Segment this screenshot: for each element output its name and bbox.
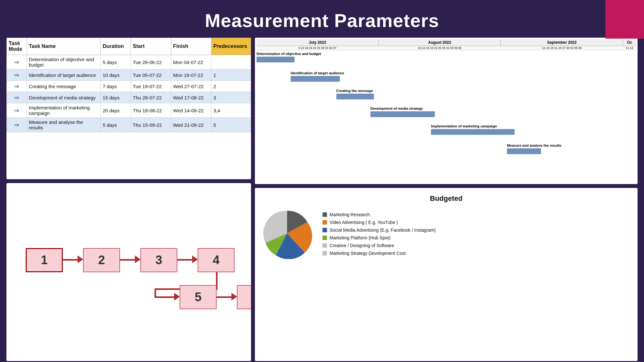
gantt-month-headers: July 2022 August 2022 September 2022 Oc (257, 39, 636, 46)
table-row: ⇒ Implementation of marketing campaign 2… (7, 103, 251, 118)
cell-finish-5: Wed 21-09-22 (171, 118, 211, 132)
gantt-label-3: Creating the message (336, 89, 373, 93)
gantt-month-sep: September 2022 (501, 39, 623, 46)
cell-duration-4: 20 days (100, 103, 131, 118)
legend-label-2: Video Advertising ( E.g. YouTube ) (330, 220, 398, 225)
flow-box-1[interactable]: 1 (26, 248, 63, 272)
budget-legend: Marketing Research Video Advertising ( E… (322, 212, 631, 256)
flow-box-3[interactable]: 3 (140, 248, 177, 272)
table-row: ⇒ Creating the message 7 days Tue 19-07-… (7, 81, 251, 92)
cell-mode-3: ⇒ (7, 92, 27, 103)
pie-chart (261, 208, 313, 259)
corner-decoration (605, 0, 644, 39)
gantt-table-panel: TaskMode Task Name Duration Start Finish… (6, 38, 251, 179)
legend-label-3: Social Media Advertising (E.g. Facebook … (330, 227, 436, 233)
gantt-label-1: Determination of objective and budget (257, 52, 321, 56)
legend-color-3 (322, 228, 327, 232)
cell-pred-3: 3 (211, 92, 251, 103)
flow-arrow-2-3 (120, 259, 136, 261)
legend-item-1: Marketing Research (322, 212, 631, 217)
legend-label-4: Marketing Platform (Hub Spot) (330, 235, 390, 240)
gantt-bar-4 (370, 111, 435, 117)
col-predecessors[interactable]: Predecessors (211, 38, 251, 55)
flow-arrowhead-1-2 (78, 255, 83, 263)
legend-item-5: Creative / Designing of Software (322, 243, 631, 248)
cell-finish-2: Wed 27-07-22 (171, 81, 211, 92)
flow-arrow-3-4 (177, 259, 193, 261)
gantt-label-5: Implementation of marketing campaign (431, 124, 497, 128)
budget-content: Marketing Research Video Advertising ( E… (261, 208, 631, 260)
legend-color-1 (322, 212, 327, 217)
cell-finish-0: Mon 04-07-22 (171, 55, 211, 70)
budget-title: Budgeted (261, 194, 631, 203)
cell-start-2: Tue 19-07-22 (131, 81, 171, 92)
col-task-mode[interactable]: TaskMode (7, 38, 27, 55)
cell-duration-0: 5 days (100, 55, 131, 70)
gantt-bar-6 (507, 148, 541, 154)
task-mode-icon: ⇒ (14, 71, 19, 79)
cell-pred-5: 5 (211, 118, 251, 132)
cell-mode-0: ⇒ (7, 55, 27, 70)
flow-diagram-panel: 1 2 3 4 (6, 183, 251, 361)
gantt-label-6: Measure and analyse the results (507, 144, 561, 147)
table-row: ⇒ Measure and analyse the results 5 days… (7, 118, 251, 132)
flow-arrow-to-5 (156, 296, 175, 298)
legend-item-4: Marketing Platform (Hub Spot) (322, 235, 631, 240)
legend-label-1: Marketing Research (330, 212, 370, 217)
budget-panel: Budgeted (255, 188, 638, 361)
gantt-bar-5 (431, 129, 514, 135)
right-column: July 2022 August 2022 September 2022 Oc … (255, 38, 638, 361)
flow-box-6[interactable]: 6 (237, 285, 251, 309)
gantt-days-aug: 10 13 16 19 22 25 28 31 03 06 09 (379, 46, 501, 50)
table-row: ⇒ Identification of target audience 10 d… (7, 70, 251, 81)
col-duration[interactable]: Duration (100, 38, 131, 55)
flow-arrowhead-3-4 (192, 255, 198, 263)
task-mode-icon: ⇒ (14, 121, 19, 128)
pie-chart-container (261, 208, 313, 260)
cell-mode-2: ⇒ (7, 81, 27, 92)
cell-mode-1: ⇒ (7, 70, 27, 81)
flow-box-2[interactable]: 2 (83, 248, 120, 272)
legend-label-5: Creative / Designing of Software (330, 243, 394, 248)
flow-box-4[interactable]: 4 (198, 248, 235, 272)
gantt-label-2: Identification of target audience (291, 71, 344, 75)
flow-arrow-1-2 (63, 259, 79, 261)
cell-start-0: Tue 28-06-22 (131, 55, 171, 70)
gantt-label-4: Development of media strategy (370, 107, 423, 110)
cell-start-3: Thu 28-07-22 (131, 92, 171, 103)
gantt-bars-area: Determination of objective and budget Id… (257, 50, 636, 169)
cell-duration-3: 15 days (100, 92, 131, 103)
gantt-days-row: 0 13 16 19 22 25 28 01 04 07 10 13 16 19… (257, 46, 636, 50)
flow-diagram: 1 2 3 4 (16, 235, 241, 309)
flow-box-5[interactable]: 5 (180, 285, 217, 309)
task-mode-icon: ⇒ (14, 107, 19, 114)
task-mode-icon: ⇒ (14, 83, 19, 90)
cell-start-5: Thu 15-09-22 (131, 118, 171, 132)
legend-color-6 (322, 251, 327, 255)
gantt-panel: July 2022 August 2022 September 2022 Oc … (255, 38, 638, 184)
task-table: TaskMode Task Name Duration Start Finish… (6, 38, 251, 132)
cell-pred-0 (211, 55, 251, 70)
gantt-days-jul: 0 13 16 19 22 25 28 01 04 07 (257, 46, 379, 50)
col-start[interactable]: Start (131, 38, 171, 55)
cell-finish-3: Wed 17-08-22 (171, 92, 211, 103)
legend-color-5 (322, 243, 327, 248)
gantt-chart: July 2022 August 2022 September 2022 Oc … (255, 38, 638, 184)
task-mode-icon: ⇒ (14, 59, 19, 66)
cell-name-3: Development of media strategy (27, 92, 100, 103)
cell-finish-4: Wed 14-09-22 (171, 103, 211, 118)
cell-name-4: Implementation of marketing campaign (27, 103, 100, 118)
gantt-bar-2 (291, 76, 340, 82)
cell-name-5: Measure and analyse the results (27, 118, 100, 132)
cell-name-0: Determination of objective and budget (27, 55, 100, 70)
gantt-month-oct: Oc (623, 39, 636, 46)
table-row: ⇒ Development of media strategy 15 days … (7, 92, 251, 103)
content-area: TaskMode Task Name Duration Start Finish… (0, 38, 644, 361)
col-finish[interactable]: Finish (171, 38, 211, 55)
col-task-name[interactable]: Task Name (27, 38, 100, 55)
legend-item-6: Marketing Strategy Development Cost (322, 251, 631, 256)
flow-arrowhead-2-3 (135, 255, 141, 263)
flow-arrowhead-5-6 (231, 293, 237, 301)
page-title: Measurement Parameters (0, 0, 644, 38)
left-column: TaskMode Task Name Duration Start Finish… (6, 38, 251, 361)
